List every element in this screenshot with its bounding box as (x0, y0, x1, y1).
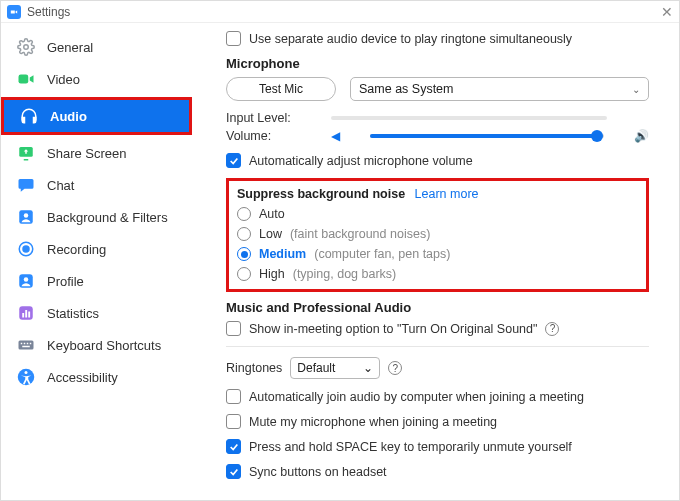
svg-rect-17 (30, 343, 32, 345)
sidebar-item-recording[interactable]: Recording (1, 233, 196, 265)
sidebar-item-label: Background & Filters (47, 210, 168, 225)
profile-icon (17, 272, 35, 290)
sidebar-item-background-filters[interactable]: Background & Filters (1, 201, 196, 233)
sidebar-item-label: Share Screen (47, 146, 127, 161)
close-icon[interactable]: ✕ (661, 5, 673, 19)
titlebar: Settings ✕ (1, 1, 679, 23)
label-original-sound: Show in-meeting option to "Turn On Origi… (249, 322, 537, 336)
settings-window: Settings ✕ General Video Audio Share Scr… (0, 0, 680, 501)
highlight-audio: Audio (1, 97, 192, 135)
svg-rect-1 (19, 75, 29, 84)
label-separate-device: Use separate audio device to play ringto… (249, 32, 572, 46)
keyboard-icon (17, 336, 35, 354)
hint-noise-high: (typing, dog barks) (293, 267, 397, 281)
checkbox-space-unmute[interactable] (226, 439, 241, 454)
row-separate-device: Use separate audio device to play ringto… (226, 31, 649, 46)
sidebar-item-keyboard-shortcuts[interactable]: Keyboard Shortcuts (1, 329, 196, 361)
chevron-down-icon: ⌄ (363, 361, 373, 375)
svg-rect-14 (21, 343, 23, 345)
share-screen-icon (17, 144, 35, 162)
label-auto-adjust: Automatically adjust microphone volume (249, 154, 473, 168)
sidebar: General Video Audio Share Screen Chat (1, 23, 196, 500)
window-title: Settings (27, 5, 70, 19)
hint-noise-low: (faint background noises) (290, 227, 430, 241)
sidebar-item-label: Profile (47, 274, 84, 289)
sidebar-item-profile[interactable]: Profile (1, 265, 196, 297)
sidebar-item-chat[interactable]: Chat (1, 169, 196, 201)
label-space-unmute: Press and hold SPACE key to temporarily … (249, 440, 572, 454)
svg-point-4 (24, 213, 29, 218)
sidebar-item-general[interactable]: General (1, 31, 196, 63)
chevron-down-icon: ⌄ (632, 84, 640, 95)
heading-microphone: Microphone (226, 56, 649, 71)
sidebar-item-label: Audio (50, 109, 87, 124)
sidebar-item-label: Video (47, 72, 80, 87)
checkbox-mute-mic[interactable] (226, 414, 241, 429)
help-icon[interactable]: ? (388, 361, 402, 375)
accessibility-icon (17, 368, 35, 386)
label-ringtones: Ringtones (226, 361, 282, 375)
sidebar-item-label: Statistics (47, 306, 99, 321)
radio-noise-medium[interactable] (237, 247, 251, 261)
svg-rect-10 (22, 313, 24, 318)
label-volume: Volume: (226, 129, 301, 143)
radio-noise-high[interactable] (237, 267, 251, 281)
sidebar-item-label: Chat (47, 178, 74, 193)
volume-high-icon: 🔊 (634, 129, 649, 143)
label-input-level: Input Level: (226, 111, 301, 125)
gear-icon (17, 38, 35, 56)
label-mute-mic: Mute my microphone when joining a meetin… (249, 415, 497, 429)
label-noise-auto: Auto (259, 207, 285, 221)
svg-rect-11 (25, 310, 27, 318)
svg-rect-16 (27, 343, 29, 345)
sidebar-item-statistics[interactable]: Statistics (1, 297, 196, 329)
heading-suppress-noise: Suppress background noise (237, 187, 405, 201)
label-noise-high: High (259, 267, 285, 281)
label-noise-medium: Medium (259, 247, 306, 261)
ringtones-select[interactable]: Default ⌄ (290, 357, 380, 379)
checkbox-original-sound[interactable] (226, 321, 241, 336)
heading-music-audio: Music and Professional Audio (226, 300, 649, 315)
mic-device-select[interactable]: Same as System ⌄ (350, 77, 649, 101)
headphones-icon (20, 107, 38, 125)
label-sync-headset: Sync buttons on headset (249, 465, 387, 479)
label-auto-join: Automatically join audio by computer whe… (249, 390, 584, 404)
sidebar-item-accessibility[interactable]: Accessibility (1, 361, 196, 393)
help-icon[interactable]: ? (545, 322, 559, 336)
mic-device-value: Same as System (359, 82, 453, 96)
link-learn-more[interactable]: Learn more (415, 187, 479, 201)
sidebar-item-video[interactable]: Video (1, 63, 196, 95)
sidebar-item-share-screen[interactable]: Share Screen (1, 137, 196, 169)
checkbox-auto-join[interactable] (226, 389, 241, 404)
svg-point-6 (23, 246, 29, 252)
chat-icon (17, 176, 35, 194)
svg-point-0 (24, 45, 29, 50)
svg-rect-12 (28, 312, 30, 318)
test-mic-button[interactable]: Test Mic (226, 77, 336, 101)
body: General Video Audio Share Screen Chat (1, 23, 679, 500)
checkbox-auto-adjust[interactable] (226, 153, 241, 168)
radio-noise-auto[interactable] (237, 207, 251, 221)
svg-point-8 (24, 277, 29, 282)
content-audio: Use separate audio device to play ringto… (196, 23, 679, 500)
radio-noise-low[interactable] (237, 227, 251, 241)
video-icon (17, 70, 35, 88)
statistics-icon (17, 304, 35, 322)
sidebar-item-label: Recording (47, 242, 106, 257)
svg-point-20 (25, 371, 28, 374)
hint-noise-medium: (computer fan, pen taps) (314, 247, 450, 261)
svg-rect-18 (22, 346, 30, 348)
highlight-suppress-noise: Suppress background noise Learn more Aut… (226, 178, 649, 292)
sidebar-item-audio[interactable]: Audio (4, 100, 189, 132)
checkbox-sync-headset[interactable] (226, 464, 241, 479)
svg-rect-13 (19, 341, 34, 350)
volume-slider[interactable] (370, 134, 604, 138)
background-icon (17, 208, 35, 226)
sidebar-item-label: Accessibility (47, 370, 118, 385)
volume-low-icon: ◀ (331, 129, 340, 143)
input-level-meter (331, 116, 607, 120)
svg-rect-15 (24, 343, 26, 345)
checkbox-separate-device[interactable] (226, 31, 241, 46)
ringtones-value: Default (297, 361, 335, 375)
sidebar-item-label: General (47, 40, 93, 55)
